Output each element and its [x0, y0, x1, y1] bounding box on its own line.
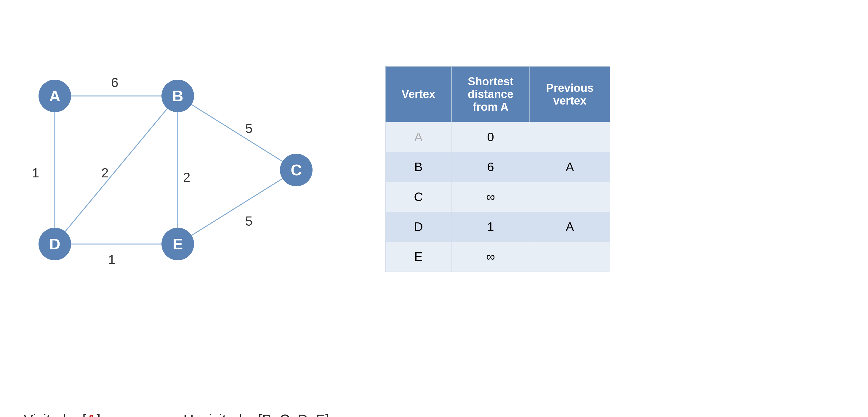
vertex-e: E — [161, 228, 194, 260]
cell-dist-a: 0 — [452, 122, 530, 152]
visited-value: A — [86, 412, 97, 417]
dijkstra-table: Vertex Shortestdistancefrom A Previousve… — [385, 66, 610, 272]
cell-vertex-b: B — [385, 152, 452, 182]
edge-label-be: 2 — [183, 170, 190, 185]
cell-dist-d: 1 — [452, 212, 530, 242]
cell-vertex-a: A — [385, 122, 452, 152]
visited-label: Visited = [A] — [24, 411, 100, 417]
cell-dist-b: 6 — [452, 152, 530, 182]
edge-bc — [178, 96, 296, 170]
table-row: C ∞ — [385, 182, 610, 212]
cell-vertex-d: D — [385, 212, 452, 242]
main-container: 6 1 2 2 5 1 5 A B C D E Visited = [A] Un… — [24, 60, 844, 357]
unvisited-label: Unvisited = [B, C, D, E] — [183, 411, 329, 417]
graph-section: 6 1 2 2 5 1 5 A B C D E Visited = [A] Un… — [24, 60, 349, 357]
cell-vertex-e: E — [385, 242, 452, 272]
edge-label-ab: 6 — [111, 75, 118, 90]
table-row: B 6 A — [385, 152, 610, 182]
edge-label-de: 1 — [108, 252, 115, 267]
cell-prev-d: A — [530, 212, 610, 242]
vertex-b: B — [161, 80, 194, 112]
col-header-previous: Previousvertex — [530, 67, 610, 122]
edge-label-bd: 2 — [101, 166, 108, 180]
edge-ec — [178, 170, 296, 244]
col-header-distance: Shortestdistancefrom A — [452, 67, 530, 122]
status-section: Visited = [A] Unvisited = [B, C, D, E] — [24, 411, 329, 417]
table-section: Vertex Shortestdistancefrom A Previousve… — [385, 60, 844, 272]
cell-prev-a — [530, 122, 610, 152]
vertex-a: A — [38, 80, 71, 112]
cell-prev-e — [530, 242, 610, 272]
cell-prev-c — [530, 182, 610, 212]
edge-label-ec: 5 — [245, 214, 252, 229]
edge-label-ad: 1 — [32, 166, 39, 180]
table-row: D 1 A — [385, 212, 610, 242]
cell-dist-e: ∞ — [452, 242, 530, 272]
vertex-d: D — [38, 228, 71, 260]
cell-prev-b: A — [530, 152, 610, 182]
table-row: E ∞ — [385, 242, 610, 272]
cell-dist-c: ∞ — [452, 182, 530, 212]
vertex-c: C — [280, 154, 313, 186]
table-row: A 0 — [385, 122, 610, 152]
edge-bd — [55, 96, 178, 244]
col-header-vertex: Vertex — [385, 67, 452, 122]
cell-vertex-c: C — [385, 182, 452, 212]
edge-label-bc: 5 — [245, 121, 252, 136]
